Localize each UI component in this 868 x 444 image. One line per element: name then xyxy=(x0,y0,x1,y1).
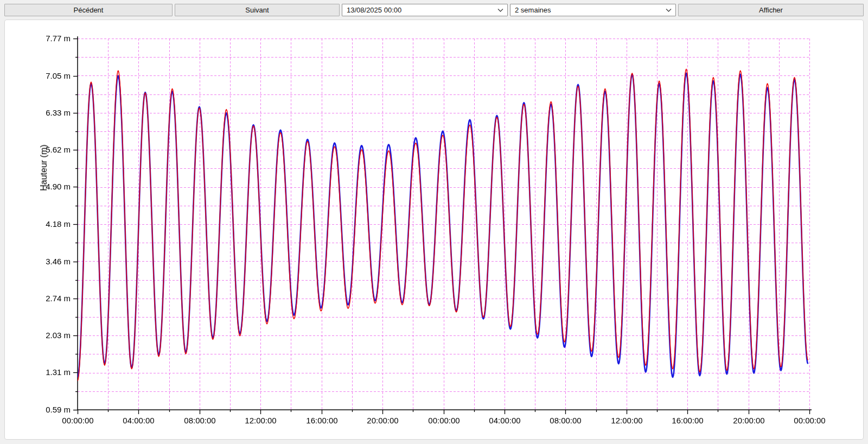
y-axis-title: Hauteur (m) xyxy=(39,144,49,191)
date-combobox[interactable]: 13/08/2025 00:00 xyxy=(342,4,508,16)
toolbar: Pécédent Suivant 13/08/2025 00:00 2 sema… xyxy=(4,4,864,16)
previous-button[interactable]: Pécédent xyxy=(4,4,173,16)
chevron-down-icon xyxy=(666,8,672,12)
display-button[interactable]: Afficher xyxy=(678,4,864,16)
chevron-down-icon xyxy=(497,8,503,12)
range-combobox[interactable]: 2 semaines xyxy=(510,4,676,16)
date-combobox-value: 13/08/2025 00:00 xyxy=(347,6,401,14)
range-combobox-value: 2 semaines xyxy=(515,6,551,14)
next-button[interactable]: Suivant xyxy=(175,4,340,16)
application-window: Pécédent Suivant 13/08/2025 00:00 2 sema… xyxy=(0,0,868,444)
tide-chart-canvas xyxy=(5,20,863,439)
tide-chart-panel: Hauteur (m) xyxy=(4,20,864,440)
